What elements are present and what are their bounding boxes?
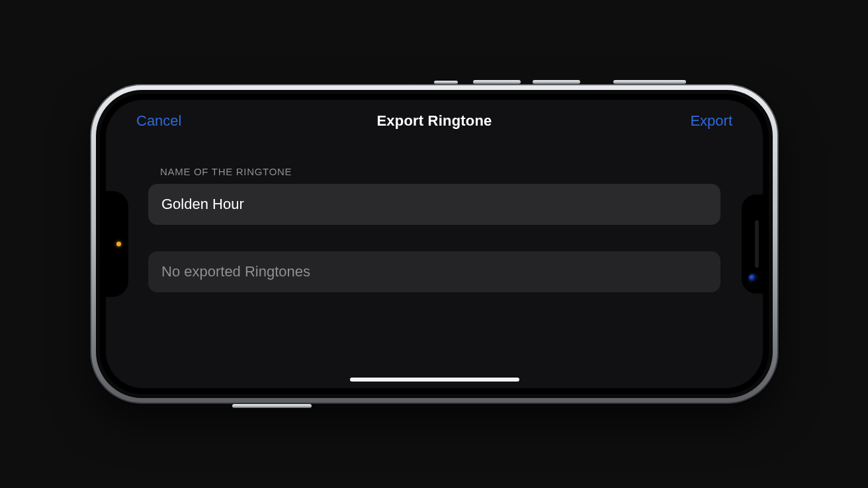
screen-bezel: Cancel Export Ringtone Export NAME OF TH… [100, 94, 769, 394]
exported-ringtones-empty-state: No exported Ringtones [148, 251, 720, 292]
side-power-button [613, 80, 686, 84]
export-button[interactable]: Export [690, 100, 732, 142]
navigation-bar: Cancel Export Ringtone Export [106, 100, 763, 142]
ringtone-name-cell[interactable] [148, 184, 720, 225]
cancel-button[interactable]: Cancel [136, 100, 181, 142]
front-camera-icon [748, 274, 758, 283]
earpiece-grill-icon [755, 220, 759, 268]
iphone-device-frame: Cancel Export Ringtone Export NAME OF TH… [90, 84, 779, 404]
page-title: Export Ringtone [376, 112, 492, 130]
screen: Cancel Export Ringtone Export NAME OF TH… [106, 100, 763, 388]
content-area: NAME OF THE RINGTONE No exported Rington… [106, 142, 763, 292]
volume-up-button [533, 80, 580, 84]
name-section-header: NAME OF THE RINGTONE [160, 166, 720, 177]
home-indicator[interactable] [350, 378, 519, 382]
recording-indicator-icon [116, 242, 121, 247]
bottom-side-button [232, 404, 312, 408]
sensor-housing-left [106, 191, 128, 297]
sensor-housing-right [742, 194, 763, 294]
mute-switch [434, 81, 458, 84]
ringtone-name-input[interactable] [161, 196, 707, 213]
volume-down-button [473, 80, 521, 84]
